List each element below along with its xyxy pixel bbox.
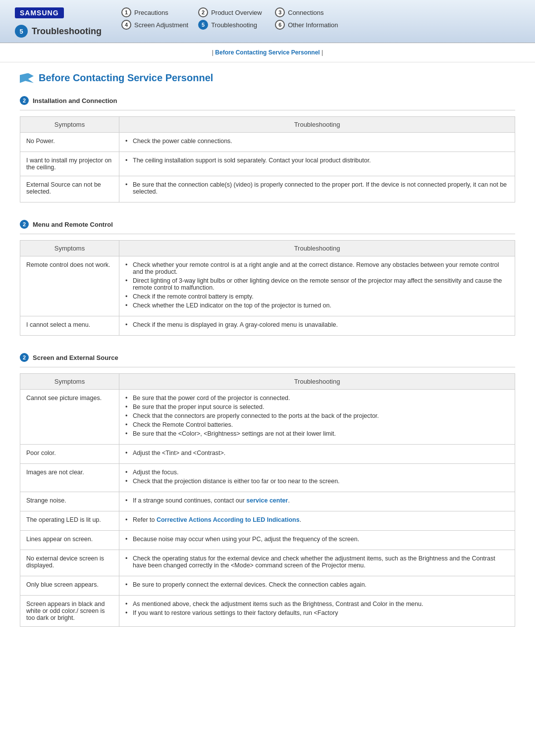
nav-item-other-information[interactable]: 6 Other Information bbox=[275, 20, 342, 30]
table-row: External Source can not be selected. Be … bbox=[20, 176, 515, 202]
troubleshooting-cell: Be sure that the power cord of the proje… bbox=[119, 390, 515, 445]
col-header-symptoms-1: Symptoms bbox=[20, 117, 119, 133]
current-section: 5 Troubleshooting bbox=[15, 25, 102, 38]
troubleshooting-cell: Check if the menu is displayed in gray. … bbox=[119, 316, 515, 336]
nav-item-troubleshooting[interactable]: 5 Troubleshooting bbox=[198, 20, 265, 30]
troubleshooting-cell: Adjust the focus. Check that the project… bbox=[119, 464, 515, 492]
section-divider-installation bbox=[20, 110, 515, 110]
troubleshooting-cell: Be sure to properly connect the external… bbox=[119, 576, 515, 596]
table-row: The operating LED is lit up. Refer to Co… bbox=[20, 511, 515, 531]
section-title-screen-external: Screen and External Source bbox=[33, 354, 118, 361]
col-header-symptoms-2: Symptoms bbox=[20, 241, 119, 256]
symptom-cell: Strange noise. bbox=[20, 492, 119, 511]
service-center-link[interactable]: service center bbox=[246, 497, 288, 504]
troubleshooting-cell: Check the operating status for the exter… bbox=[119, 550, 515, 576]
list-item: Check that the connectors are properly c… bbox=[125, 412, 509, 419]
section-screen-external: 2 Screen and External Source Symptoms Tr… bbox=[0, 346, 535, 637]
nav-label-3: Connections bbox=[288, 9, 323, 16]
breadcrumb-link[interactable]: Before Contacting Service Personnel bbox=[215, 49, 320, 56]
symptom-cell: Only blue screen appears. bbox=[20, 576, 119, 596]
list-item: Check that the projection distance is ei… bbox=[125, 478, 509, 485]
table-menu-remote: Symptoms Troubleshooting Remote control … bbox=[20, 240, 515, 336]
table-row: No external device screen is displayed. … bbox=[20, 550, 515, 576]
nav-item-screen-adjustment[interactable]: 4 Screen Adjustment bbox=[121, 20, 188, 30]
current-section-num: 5 bbox=[15, 25, 28, 38]
symptom-cell: Poor color. bbox=[20, 445, 119, 464]
symptom-cell: The operating LED is lit up. bbox=[20, 511, 119, 531]
list-item: Check if the remote control battery is e… bbox=[125, 293, 509, 300]
list-item: Check whether your remote control is at … bbox=[125, 261, 509, 275]
symptom-cell: No Power. bbox=[20, 133, 119, 152]
troubleshooting-cell: Adjust the <Tint> and <Contrast>. bbox=[119, 445, 515, 464]
troubleshooting-cell: If a strange sound continues, contact ou… bbox=[119, 492, 515, 511]
table-row: Poor color. Adjust the <Tint> and <Contr… bbox=[20, 445, 515, 464]
nav-label-2: Product Overview bbox=[211, 9, 262, 16]
list-item: Refer to Corrective Actions According to… bbox=[125, 516, 509, 523]
symptom-cell: No external device screen is displayed. bbox=[20, 550, 119, 576]
breadcrumb-separator-left: | bbox=[212, 49, 214, 56]
list-item: Be sure that the power cord of the proje… bbox=[125, 395, 509, 402]
list-item: Check the operating status for the exter… bbox=[125, 555, 509, 569]
symptom-cell: Lines appear on screen. bbox=[20, 531, 119, 550]
table-row: Only blue screen appears. Be sure to pro… bbox=[20, 576, 515, 596]
list-item: The ceiling installation support is sold… bbox=[125, 157, 509, 164]
list-item: As mentioned above, check the adjustment… bbox=[125, 601, 509, 607]
list-item: Because noise may occur when using your … bbox=[125, 536, 509, 543]
list-item: Be sure that the proper input source is … bbox=[125, 403, 509, 410]
nav-grid: 1 Precautions 2 Product Overview 3 Conne… bbox=[121, 7, 342, 30]
table-row: I want to install my projector on the ce… bbox=[20, 152, 515, 176]
list-item: Check if the menu is displayed in gray. … bbox=[125, 321, 509, 328]
symptom-cell: Cannot see picture images. bbox=[20, 390, 119, 445]
symptom-cell: I cannot select a menu. bbox=[20, 316, 119, 336]
troubleshooting-cell: Check the power cable connections. bbox=[119, 133, 515, 152]
table-row: Strange noise. If a strange sound contin… bbox=[20, 492, 515, 511]
nav-num-3: 3 bbox=[275, 7, 285, 17]
table-row: I cannot select a menu. Check if the men… bbox=[20, 316, 515, 336]
list-item: Check the power cable connections. bbox=[125, 138, 509, 145]
table-row: Cannot see picture images. Be sure that … bbox=[20, 390, 515, 445]
table-installation: Symptoms Troubleshooting No Power. Check… bbox=[20, 116, 515, 202]
table-row: Screen appears in black and white or odd… bbox=[20, 596, 515, 627]
table-row: No Power. Check the power cable connecti… bbox=[20, 133, 515, 152]
nav-num-6: 6 bbox=[275, 20, 285, 30]
nav-label-5: Troubleshooting bbox=[211, 21, 257, 29]
section-divider-menu-remote bbox=[20, 234, 515, 234]
nav-label-4: Screen Adjustment bbox=[134, 21, 188, 29]
troubleshooting-cell: Refer to Corrective Actions According to… bbox=[119, 511, 515, 531]
page-icon bbox=[20, 73, 34, 83]
section-title-installation: Installation and Connection bbox=[33, 97, 117, 104]
list-item: Adjust the <Tint> and <Contrast>. bbox=[125, 450, 509, 456]
table-screen-external: Symptoms Troubleshooting Cannot see pict… bbox=[20, 373, 515, 627]
header: SAMSUNG 5 Troubleshooting 1 Precautions … bbox=[0, 0, 535, 43]
nav-num-2: 2 bbox=[198, 7, 208, 17]
section-num-screen-external: 2 bbox=[20, 353, 29, 362]
list-item: If you want to restore various settings … bbox=[125, 609, 509, 616]
troubleshooting-cell: The ceiling installation support is sold… bbox=[119, 152, 515, 176]
list-item: If a strange sound continues, contact ou… bbox=[125, 497, 509, 504]
nav-item-product-overview[interactable]: 2 Product Overview bbox=[198, 7, 265, 17]
col-header-symptoms-3: Symptoms bbox=[20, 374, 119, 390]
symptom-cell: Images are not clear. bbox=[20, 464, 119, 492]
table-row: Lines appear on screen. Because noise ma… bbox=[20, 531, 515, 550]
current-section-label: Troubleshooting bbox=[32, 26, 102, 37]
troubleshooting-cell: Because noise may occur when using your … bbox=[119, 531, 515, 550]
section-num-menu-remote: 2 bbox=[20, 220, 29, 229]
troubleshooting-cell: As mentioned above, check the adjustment… bbox=[119, 596, 515, 627]
section-title-menu-remote: Menu and Remote Control bbox=[33, 221, 113, 228]
nav-item-connections[interactable]: 3 Connections bbox=[275, 7, 342, 17]
table-row: Remote control does not work. Check whet… bbox=[20, 256, 515, 316]
nav-item-precautions[interactable]: 1 Precautions bbox=[121, 7, 188, 17]
page-title: Before Contacting Service Personnel bbox=[39, 72, 213, 84]
list-item: Check the Remote Control batteries. bbox=[125, 421, 509, 428]
corrective-actions-link[interactable]: Corrective Actions According to LED Indi… bbox=[157, 516, 300, 523]
symptom-cell: External Source can not be selected. bbox=[20, 176, 119, 202]
breadcrumb-separator-right: | bbox=[321, 49, 323, 56]
col-header-troubleshooting-2: Troubleshooting bbox=[119, 241, 515, 256]
section-header-menu-remote: 2 Menu and Remote Control bbox=[20, 220, 515, 229]
list-item: Be sure that the <Color>, <Brightness> s… bbox=[125, 430, 509, 437]
samsung-logo: SAMSUNG bbox=[15, 7, 64, 18]
section-divider-screen-external bbox=[20, 367, 515, 367]
col-header-troubleshooting-3: Troubleshooting bbox=[119, 374, 515, 390]
troubleshooting-cell: Be sure that the connection cable(s) (vi… bbox=[119, 176, 515, 202]
symptom-cell: Remote control does not work. bbox=[20, 256, 119, 316]
